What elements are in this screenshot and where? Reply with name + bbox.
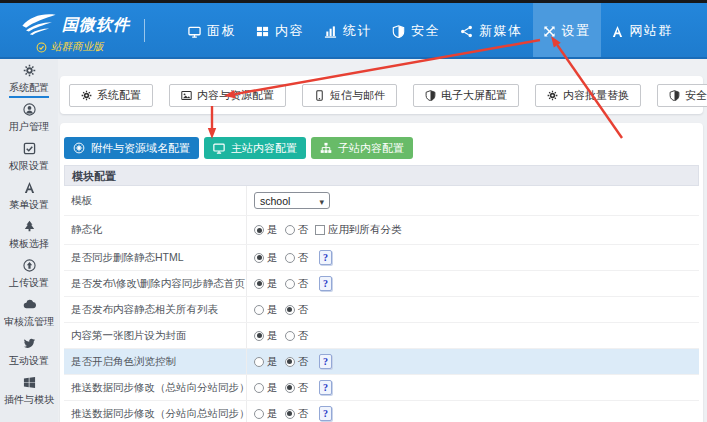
sidebar-label: 审核流管理	[0, 316, 58, 327]
menu-label: 设置	[562, 22, 591, 40]
attachment-domain-config-button[interactable]: 附件与资源域名配置	[64, 137, 199, 159]
row-value: 是 否 ?	[247, 401, 699, 422]
radio-yes[interactable]	[254, 357, 264, 367]
radio-no-label: 否	[298, 277, 309, 291]
image-icon	[181, 90, 192, 101]
radio-no[interactable]	[285, 305, 295, 315]
radio-no[interactable]	[285, 225, 295, 235]
sms-email-button[interactable]: 短信与邮件	[302, 84, 397, 107]
radio-yes-label: 是	[267, 277, 278, 291]
radio-yes[interactable]	[254, 279, 264, 289]
menu-item-security[interactable]: 安全	[382, 3, 450, 59]
system-config-button[interactable]: 系统配置	[69, 84, 153, 107]
big-screen-config-button[interactable]: 电子大屏配置	[413, 84, 519, 107]
config-toolbar: 系统配置 内容与资源配置 短信与邮件 电子大屏配置 内容批量替换 安全配置	[60, 76, 703, 114]
sitemap-icon	[320, 142, 332, 154]
radio-no-label: 否	[298, 251, 309, 265]
menu-item-newmedia[interactable]: 新媒体	[450, 3, 533, 59]
radio-yes[interactable]	[254, 253, 264, 263]
help-icon[interactable]: ?	[319, 354, 332, 369]
sidebar-item-template-select[interactable]: 模板选择	[0, 215, 58, 254]
grid-icon	[256, 25, 269, 38]
row-label: 推送数据同步修改（总站向分站同步）	[64, 375, 247, 400]
help-icon[interactable]: ?	[319, 406, 332, 421]
checkbox-label: 应用到所有分类	[328, 223, 402, 237]
radio-yes[interactable]	[254, 331, 264, 341]
row-value: 是 否	[247, 297, 699, 322]
menu-label: 网站群	[630, 22, 674, 40]
sidebar-item-menu-settings[interactable]: 菜单设置	[0, 176, 58, 215]
table-row-sync-static-home: 是否发布\修改\删除内容同步静态首页 是 否 ?	[64, 271, 699, 297]
shield-icon	[669, 90, 680, 101]
left-sidebar: 系统配置 用户管理 权限设置 菜单设置 模板选择 上传设置 审核流管理 互动设置…	[0, 59, 58, 422]
check-circle-icon	[36, 42, 47, 53]
button-label: 主站内容配置	[231, 141, 297, 156]
radio-no-label: 否	[298, 407, 309, 421]
top-navbar: 国微软件 站群商业版 面板 内容 统计 安全 新媒体 设置	[0, 0, 707, 59]
bar-chart-icon	[324, 25, 337, 38]
sidebar-item-user-management[interactable]: 用户管理	[0, 98, 58, 137]
menu-item-settings[interactable]: 设置	[533, 3, 601, 59]
radio-no[interactable]	[285, 331, 295, 341]
sidebar-label: 模板选择	[0, 238, 58, 249]
checkbox-apply-all-categories[interactable]	[315, 225, 325, 235]
sidebar-item-upload-settings[interactable]: 上传设置	[0, 254, 58, 293]
batch-replace-button[interactable]: 内容批量替换	[535, 84, 641, 107]
row-value: 是 否 ?	[247, 245, 699, 270]
sidebar-item-audit-flow[interactable]: 审核流管理	[0, 293, 58, 332]
radio-yes[interactable]	[254, 383, 264, 393]
sidebar-label: 插件与模块	[0, 394, 58, 405]
shield-icon	[392, 25, 405, 38]
upload-icon	[23, 259, 36, 272]
content-resource-config-button[interactable]: 内容与资源配置	[169, 84, 286, 107]
menu-label: 安全	[411, 22, 440, 40]
brand-swoosh-icon	[20, 12, 58, 36]
main-menu: 面板 内容 统计 安全 新媒体 设置 网站群	[178, 3, 683, 59]
menu-item-statistics[interactable]: 统计	[314, 3, 382, 59]
radio-yes[interactable]	[254, 225, 264, 235]
menu-label: 统计	[343, 22, 372, 40]
radio-yes-label: 是	[267, 355, 278, 369]
sub-site-content-config-button[interactable]: 子站内容配置	[311, 137, 413, 159]
desktop-icon	[213, 142, 225, 154]
row-label: 是否同步删除静态HTML	[64, 245, 247, 270]
sidebar-item-system-config[interactable]: 系统配置	[0, 59, 58, 98]
radio-yes[interactable]	[254, 409, 264, 419]
sidebar-item-plugins-modules[interactable]: 插件与模块	[0, 371, 58, 410]
help-icon[interactable]: ?	[319, 276, 332, 291]
radio-no[interactable]	[285, 357, 295, 367]
radio-no[interactable]	[285, 409, 295, 419]
menu-item-dashboard[interactable]: 面板	[178, 3, 246, 59]
shield-icon	[425, 90, 436, 101]
mobile-icon	[314, 90, 325, 101]
radio-yes-label: 是	[267, 303, 278, 317]
sidebar-item-interaction[interactable]: 互动设置	[0, 332, 58, 371]
radio-no-label: 否	[298, 303, 309, 317]
help-icon[interactable]: ?	[319, 380, 332, 395]
sidebar-label: 互动设置	[0, 355, 58, 366]
radio-yes-label: 是	[267, 381, 278, 395]
radio-no[interactable]	[285, 279, 295, 289]
button-label: 子站内容配置	[338, 141, 404, 156]
gear-circle-icon	[73, 142, 85, 154]
button-label: 内容与资源配置	[197, 88, 274, 103]
radio-yes-label: 是	[267, 223, 278, 237]
menu-item-content[interactable]: 内容	[246, 3, 314, 59]
row-label: 推送数据同步修改（分站向总站同步）	[64, 401, 247, 422]
template-select[interactable]: school	[254, 192, 330, 209]
radio-no[interactable]	[285, 253, 295, 263]
tree-icon	[23, 220, 36, 233]
sidebar-item-permissions[interactable]: 权限设置	[0, 137, 58, 176]
security-config-button[interactable]: 安全配置	[657, 84, 707, 107]
button-label: 内容批量替换	[563, 88, 629, 103]
content-config-panel: 附件与资源域名配置 主站内容配置 子站内容配置 模块配置 模板 school 静…	[60, 123, 703, 422]
menu-item-sitegroup[interactable]: 网站群	[601, 3, 684, 59]
main-site-content-config-button[interactable]: 主站内容配置	[204, 137, 306, 159]
table-row-role-view-control: 是否开启角色浏览控制 是 否 ?	[64, 349, 699, 375]
radio-yes[interactable]	[254, 305, 264, 315]
sidebar-label: 上传设置	[0, 277, 58, 288]
table-title: 模块配置	[64, 165, 699, 186]
table-row-push-sync-sub-to-main: 推送数据同步修改（分站向总站同步） 是 否 ?	[64, 401, 699, 422]
radio-no[interactable]	[285, 383, 295, 393]
help-icon[interactable]: ?	[319, 250, 332, 265]
